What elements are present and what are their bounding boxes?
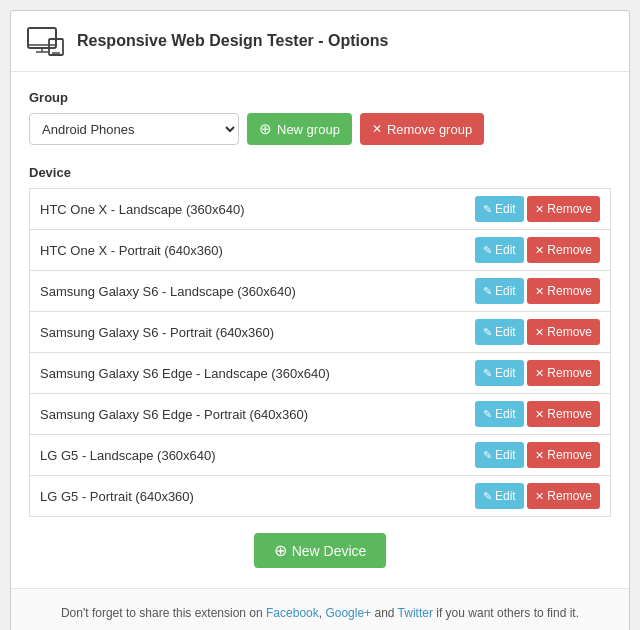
googleplus-link[interactable]: Google+	[325, 606, 371, 620]
device-actions: ✎ Edit ✕ Remove	[465, 230, 611, 271]
group-row: Android Phones iOS Phones Tablets ⊕ New …	[29, 113, 611, 145]
edit-button[interactable]: ✎ Edit	[475, 401, 524, 427]
device-name: LG G5 - Landscape (360x640)	[30, 435, 466, 476]
edit-button[interactable]: ✎ Edit	[475, 360, 524, 386]
table-row: HTC One X - Landscape (360x640) ✎ Edit ✕…	[30, 189, 611, 230]
facebook-link[interactable]: Facebook	[266, 606, 319, 620]
pencil-icon: ✎	[483, 449, 492, 462]
table-row: LG G5 - Landscape (360x640) ✎ Edit ✕ Rem…	[30, 435, 611, 476]
new-device-row: ⊕ New Device	[29, 521, 611, 588]
device-actions: ✎ Edit ✕ Remove	[465, 271, 611, 312]
new-device-button[interactable]: ⊕ New Device	[254, 533, 387, 568]
main-content: Group Android Phones iOS Phones Tablets …	[11, 72, 629, 588]
remove-button[interactable]: ✕ Remove	[527, 442, 600, 468]
x-icon: ✕	[372, 122, 382, 136]
pencil-icon: ✎	[483, 326, 492, 339]
x-icon: ✕	[535, 244, 544, 257]
device-name: HTC One X - Portrait (640x360)	[30, 230, 466, 271]
twitter-link[interactable]: Twitter	[398, 606, 433, 620]
remove-button[interactable]: ✕ Remove	[527, 401, 600, 427]
device-label: Device	[29, 165, 611, 180]
pencil-icon: ✎	[483, 408, 492, 421]
x-icon: ✕	[535, 408, 544, 421]
device-name: Samsung Galaxy S6 - Portrait (640x360)	[30, 312, 466, 353]
edit-button[interactable]: ✎ Edit	[475, 237, 524, 263]
footer-line2: You can also rate this extension if you …	[29, 625, 611, 630]
x-icon: ✕	[535, 326, 544, 339]
device-name: HTC One X - Landscape (360x640)	[30, 189, 466, 230]
device-actions: ✎ Edit ✕ Remove	[465, 189, 611, 230]
edit-button[interactable]: ✎ Edit	[475, 196, 524, 222]
x-icon: ✕	[535, 367, 544, 380]
x-icon: ✕	[535, 203, 544, 216]
pencil-icon: ✎	[483, 367, 492, 380]
header: Responsive Web Design Tester - Options	[11, 11, 629, 72]
remove-group-button[interactable]: ✕ Remove group	[360, 113, 484, 145]
table-row: LG G5 - Portrait (640x360) ✎ Edit ✕ Remo…	[30, 476, 611, 517]
device-actions: ✎ Edit ✕ Remove	[465, 435, 611, 476]
pencil-icon: ✎	[483, 244, 492, 257]
main-container: Responsive Web Design Tester - Options G…	[10, 10, 630, 630]
table-row: Samsung Galaxy S6 - Landscape (360x640) …	[30, 271, 611, 312]
device-name: Samsung Galaxy S6 Edge - Portrait (640x3…	[30, 394, 466, 435]
device-table: HTC One X - Landscape (360x640) ✎ Edit ✕…	[29, 188, 611, 517]
remove-button[interactable]: ✕ Remove	[527, 319, 600, 345]
new-group-button[interactable]: ⊕ New group	[247, 113, 352, 145]
remove-button[interactable]: ✕ Remove	[527, 237, 600, 263]
table-row: Samsung Galaxy S6 Edge - Landscape (360x…	[30, 353, 611, 394]
table-row: HTC One X - Portrait (640x360) ✎ Edit ✕ …	[30, 230, 611, 271]
remove-button[interactable]: ✕ Remove	[527, 483, 600, 509]
group-select[interactable]: Android Phones iOS Phones Tablets	[29, 113, 239, 145]
app-icon	[27, 25, 65, 57]
plus-circle-icon: ⊕	[274, 541, 287, 560]
edit-button[interactable]: ✎ Edit	[475, 442, 524, 468]
device-name: Samsung Galaxy S6 Edge - Landscape (360x…	[30, 353, 466, 394]
x-icon: ✕	[535, 490, 544, 503]
group-label: Group	[29, 90, 611, 105]
plus-icon: ⊕	[259, 120, 272, 138]
remove-button[interactable]: ✕ Remove	[527, 360, 600, 386]
x-icon: ✕	[535, 449, 544, 462]
table-row: Samsung Galaxy S6 - Portrait (640x360) ✎…	[30, 312, 611, 353]
pencil-icon: ✎	[483, 285, 492, 298]
edit-button[interactable]: ✎ Edit	[475, 483, 524, 509]
footer-line1: Don't forget to share this extension on …	[29, 603, 611, 625]
device-actions: ✎ Edit ✕ Remove	[465, 312, 611, 353]
device-name: Samsung Galaxy S6 - Landscape (360x640)	[30, 271, 466, 312]
device-actions: ✎ Edit ✕ Remove	[465, 353, 611, 394]
device-name: LG G5 - Portrait (640x360)	[30, 476, 466, 517]
edit-button[interactable]: ✎ Edit	[475, 278, 524, 304]
device-actions: ✎ Edit ✕ Remove	[465, 476, 611, 517]
pencil-icon: ✎	[483, 490, 492, 503]
table-row: Samsung Galaxy S6 Edge - Portrait (640x3…	[30, 394, 611, 435]
footer: Don't forget to share this extension on …	[11, 588, 629, 630]
pencil-icon: ✎	[483, 203, 492, 216]
device-actions: ✎ Edit ✕ Remove	[465, 394, 611, 435]
remove-button[interactable]: ✕ Remove	[527, 278, 600, 304]
remove-button[interactable]: ✕ Remove	[527, 196, 600, 222]
edit-button[interactable]: ✎ Edit	[475, 319, 524, 345]
page-title: Responsive Web Design Tester - Options	[77, 32, 388, 50]
x-icon: ✕	[535, 285, 544, 298]
